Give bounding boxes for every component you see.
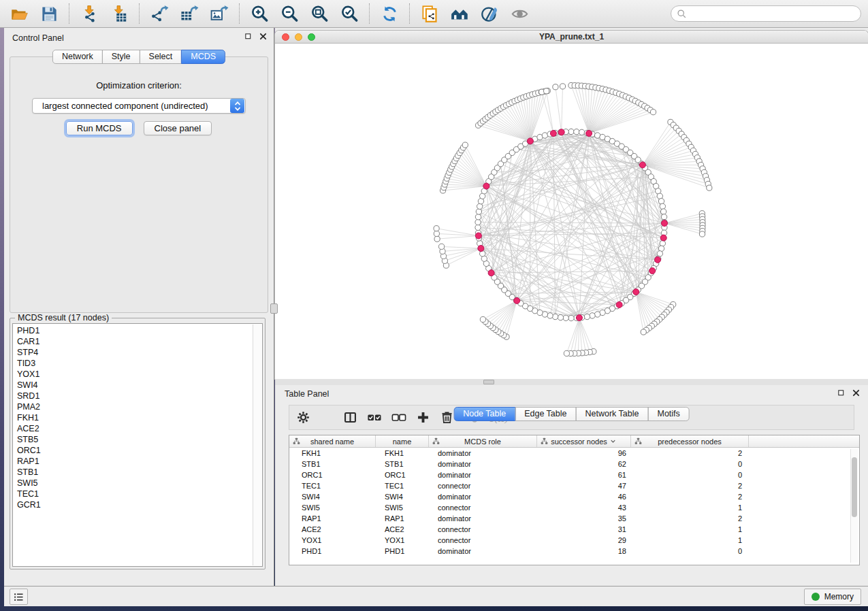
tab-select[interactable]: Select (140, 50, 182, 64)
network-canvas[interactable] (275, 44, 868, 379)
mcds-result-list[interactable]: PHD1CAR1STP4TID3YOX1SWI4SRD1PMA2FKH1ACE2… (12, 323, 263, 567)
horizontal-splitter-handle[interactable] (483, 380, 494, 384)
table-cell: YOX1 (376, 535, 429, 546)
table-scrollbar[interactable] (850, 449, 858, 563)
save-session-icon[interactable] (37, 3, 61, 24)
mcds-result-item[interactable]: STB1 (13, 467, 262, 478)
toolbar-separator (369, 3, 370, 24)
mcds-tab-content: Optimization criterion: largest connecte… (10, 56, 268, 313)
zoom-fit-icon[interactable] (307, 3, 332, 24)
refresh-view-icon[interactable] (377, 3, 402, 24)
tab-style[interactable]: Style (102, 50, 140, 64)
table-cell: ACE2 (289, 524, 376, 535)
table-cell: RAP1 (289, 513, 376, 524)
toolbar-group (417, 3, 532, 24)
table-cell: SWI4 (289, 491, 376, 502)
close-table-panel-icon[interactable] (852, 389, 860, 397)
deselect-all-icon[interactable] (391, 408, 406, 428)
vertical-splitter-handle[interactable] (270, 303, 278, 314)
show-columns-icon[interactable] (343, 408, 357, 428)
float-panel-icon[interactable] (244, 33, 252, 40)
horizontal-splitter[interactable] (275, 379, 868, 385)
mcds-result-item[interactable]: GCR1 (13, 499, 262, 510)
float-table-panel-icon[interactable] (837, 389, 845, 397)
maximize-window-icon[interactable] (308, 33, 315, 41)
table-cell: TEC1 (289, 480, 376, 491)
table-scrollbar-thumb[interactable] (852, 457, 857, 517)
table-cell: STB1 (376, 459, 429, 469)
main-toolbar (0, 0, 868, 28)
settings-gear-icon[interactable] (296, 408, 310, 428)
mcds-result-item[interactable]: SRD1 (13, 391, 262, 401)
run-mcds-button[interactable]: Run MCDS (66, 121, 133, 135)
zoom-selected-icon[interactable] (337, 3, 361, 24)
network-window-titlebar[interactable]: YPA_prune.txt_1 (275, 31, 868, 44)
mcds-result-item[interactable]: SWI5 (13, 478, 262, 489)
mcds-result-item[interactable]: TEC1 (13, 489, 262, 499)
search-icon (676, 8, 687, 19)
zoom-in-icon[interactable] (247, 3, 272, 24)
search-box[interactable] (671, 5, 861, 22)
visual-style-off-icon[interactable] (477, 3, 502, 24)
table-panel: Table Panel f(x) shared namenameMCDS rol… (275, 385, 868, 586)
table-panel-title: Table Panel (285, 389, 329, 399)
minimize-window-icon[interactable] (295, 33, 302, 41)
mcds-result-item[interactable]: RAP1 (13, 456, 262, 467)
tab-mcds[interactable]: MCDS (181, 50, 225, 64)
add-column-icon[interactable] (416, 408, 430, 428)
table-cell: SWI5 (376, 502, 429, 513)
preview-eye-icon[interactable] (507, 3, 532, 24)
mcds-result-item[interactable]: CAR1 (13, 336, 262, 347)
table-cell: SWI4 (376, 491, 429, 502)
tab-network-table[interactable]: Network Table (576, 407, 649, 421)
open-file-icon[interactable] (7, 3, 31, 24)
toolbar-group (147, 3, 231, 24)
mcds-result-item[interactable]: ACE2 (13, 423, 262, 434)
tab-edge-table[interactable]: Edge Table (515, 407, 576, 421)
mcds-result-item[interactable]: FKH1 (13, 412, 262, 423)
import-table-icon[interactable] (107, 3, 131, 24)
close-panel-icon[interactable] (259, 33, 267, 40)
mcds-result-item[interactable]: PMA2 (13, 401, 262, 412)
home-gallery-icon[interactable] (447, 3, 472, 24)
export-image-icon[interactable] (207, 3, 231, 24)
toolbar-group (7, 3, 61, 24)
task-history-button[interactable] (10, 589, 28, 605)
mcds-result-item[interactable]: YOX1 (13, 369, 262, 380)
select-all-icon[interactable] (367, 408, 382, 428)
close-panel-button[interactable]: Close panel (144, 121, 212, 135)
network-graph[interactable] (275, 44, 868, 379)
tab-motifs[interactable]: Motifs (647, 407, 689, 421)
toolbar-group (377, 3, 402, 24)
export-network-icon[interactable] (147, 3, 172, 24)
mcds-result-item[interactable]: SWI4 (13, 380, 262, 391)
optimization-criterion-select[interactable]: largest connected component (undirected) (32, 98, 246, 114)
control-panel: Control Panel Network Style Select MCDS … (4, 28, 274, 586)
attribute-tree-icon (432, 437, 440, 445)
mcds-result-item[interactable]: PHD1 (13, 325, 262, 336)
mcds-result-item[interactable]: ORC1 (13, 445, 262, 456)
control-panel-tabs: Network Style Select MCDS (52, 50, 225, 64)
table-cell: PHD1 (376, 546, 429, 557)
tab-network[interactable]: Network (52, 50, 103, 64)
mcds-result-item[interactable]: STP4 (13, 347, 262, 358)
mcds-result-groupbox: MCDS result (17 nodes) PHD1CAR1STP4TID3Y… (10, 318, 266, 569)
mcds-result-item[interactable]: TID3 (13, 358, 262, 369)
mcds-list-scrollbar[interactable] (253, 325, 261, 565)
search-input[interactable] (687, 7, 861, 20)
export-table-icon[interactable] (177, 3, 202, 24)
mcds-result-item[interactable]: STB5 (13, 434, 262, 445)
network-window-title: YPA_prune.txt_1 (539, 32, 604, 42)
import-network-icon[interactable] (77, 3, 101, 24)
share-document-icon[interactable] (417, 3, 442, 24)
toolbar-group (77, 3, 131, 24)
tab-node-table[interactable]: Node Table (453, 407, 515, 421)
table-cell: PHD1 (289, 546, 376, 557)
column-header-name[interactable]: name (376, 435, 429, 447)
close-window-icon[interactable] (282, 33, 289, 41)
zoom-out-icon[interactable] (277, 3, 302, 24)
delete-column-icon[interactable] (440, 408, 454, 428)
column-header-shared-name[interactable]: shared name (289, 435, 376, 447)
memory-button[interactable]: Memory (804, 589, 861, 605)
selected-criterion-value: largest connected component (undirected) (33, 101, 230, 111)
